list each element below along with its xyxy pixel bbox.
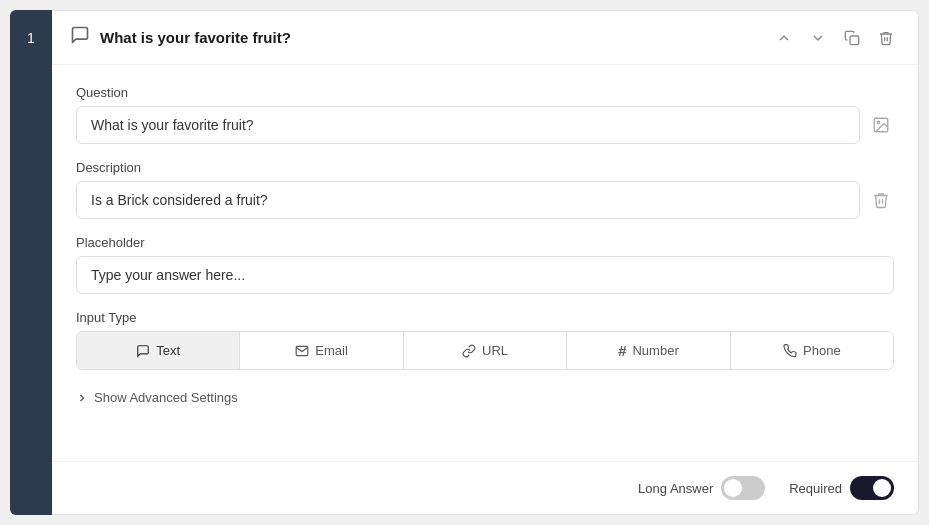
card-header: What is your favorite fruit?	[52, 11, 918, 65]
header-left: What is your favorite fruit?	[70, 25, 291, 50]
show-advanced-settings-button[interactable]: Show Advanced Settings	[76, 386, 894, 409]
message-icon	[70, 25, 90, 50]
input-type-email[interactable]: Email	[240, 332, 403, 369]
move-up-button[interactable]	[770, 26, 798, 50]
placeholder-label: Placeholder	[76, 235, 894, 250]
question-label: Question	[76, 85, 894, 100]
question-number: 1	[10, 10, 52, 515]
long-answer-toggle-item: Long Answer	[638, 476, 765, 500]
duplicate-button[interactable]	[838, 26, 866, 50]
long-answer-label: Long Answer	[638, 481, 713, 496]
long-answer-slider	[721, 476, 765, 500]
hash-icon: #	[618, 342, 626, 359]
show-advanced-label: Show Advanced Settings	[94, 390, 238, 405]
question-input-row	[76, 106, 894, 144]
placeholder-field-group: Placeholder	[76, 235, 894, 294]
input-type-field-group: Input Type Text Email URL #	[76, 310, 894, 370]
required-slider	[850, 476, 894, 500]
form-question-card: 1 What is your favorite fruit?	[10, 10, 919, 515]
description-input[interactable]	[76, 181, 860, 219]
description-input-row	[76, 181, 894, 219]
input-type-options: Text Email URL # Number	[76, 331, 894, 370]
description-label: Description	[76, 160, 894, 175]
delete-button[interactable]	[872, 26, 900, 50]
description-delete-button[interactable]	[868, 187, 894, 213]
required-label: Required	[789, 481, 842, 496]
long-answer-toggle[interactable]	[721, 476, 765, 500]
input-type-phone[interactable]: Phone	[731, 332, 893, 369]
question-editor-card: What is your favorite fruit? Q	[52, 10, 919, 515]
placeholder-input[interactable]	[76, 256, 894, 294]
placeholder-input-row	[76, 256, 894, 294]
svg-point-2	[877, 121, 879, 123]
question-title: What is your favorite fruit?	[100, 29, 291, 46]
question-field-group: Question	[76, 85, 894, 144]
required-toggle-item: Required	[789, 476, 894, 500]
input-type-url[interactable]: URL	[404, 332, 567, 369]
card-body: Question Description	[52, 65, 918, 461]
header-actions	[770, 26, 900, 50]
input-type-label: Input Type	[76, 310, 894, 325]
question-input[interactable]	[76, 106, 860, 144]
required-toggle[interactable]	[850, 476, 894, 500]
svg-rect-0	[850, 36, 859, 45]
question-image-button[interactable]	[868, 112, 894, 138]
description-field-group: Description	[76, 160, 894, 219]
move-down-button[interactable]	[804, 26, 832, 50]
card-footer: Long Answer Required	[52, 461, 918, 514]
input-type-text[interactable]: Text	[77, 332, 240, 369]
input-type-number[interactable]: # Number	[567, 332, 730, 369]
